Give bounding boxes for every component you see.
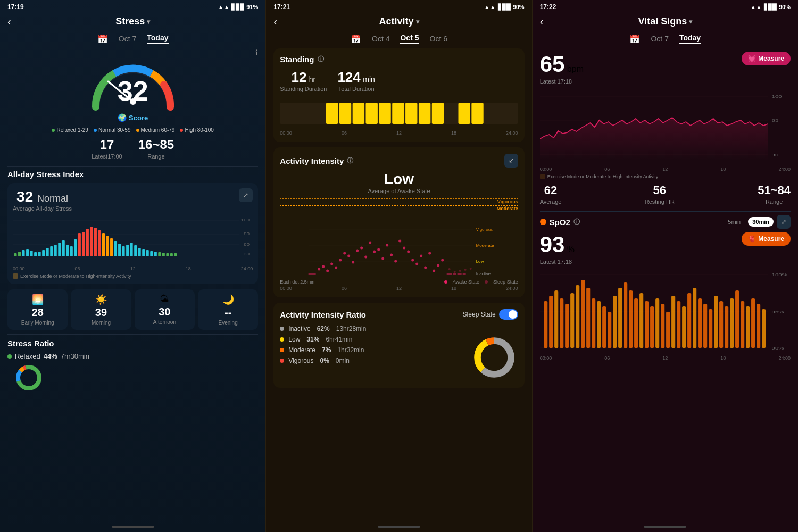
date-current-1[interactable]: Today [147,34,168,44]
back-btn-2[interactable]: ‹ [273,15,277,28]
svg-point-90 [390,254,393,256]
svg-text:Vigorous: Vigorous [476,227,493,232]
legend-row: Relaxed 1-29 Normal 30-59 Medium 60-79 H… [7,127,258,133]
hr-chart: 100 65 30 [540,91,791,165]
intensity-center: Low Average of Awake State [280,171,518,194]
svg-rect-128 [544,301,547,348]
spo2-info-icon[interactable]: ⓘ [573,218,580,227]
svg-rect-162 [725,306,728,348]
avg-label: Normal [37,193,68,204]
heartbeat-icon: 💓 [748,55,756,62]
score-label: 🌍 Score [118,113,148,122]
block-morning[interactable]: ☀️ 39 Morning [71,289,131,330]
calendar-icon-1[interactable]: 📅 [97,34,108,44]
svg-text:90%: 90% [771,346,784,351]
svg-rect-152 [671,296,675,348]
svg-rect-32 [106,236,109,256]
svg-rect-45 [158,252,161,256]
standing-stats: 12 hr Standing Duration 124 min Total Du… [280,69,518,92]
dropdown-arrow-1[interactable]: ▾ [147,18,150,26]
intensity-info-icon[interactable]: ⓘ [347,156,353,165]
date-current-3[interactable]: Today [679,34,701,44]
date-prev-1[interactable]: Oct 7 [119,35,136,43]
expand-btn-spo2[interactable]: ⤢ [777,215,791,229]
svg-rect-9 [14,253,17,256]
block-early-morning[interactable]: 🌅 28 Early Morning [7,289,68,330]
svg-rect-11 [22,250,25,256]
label-moderate: Moderate [497,206,518,211]
toggle-switch[interactable] [499,309,518,320]
back-btn-3[interactable]: ‹ [540,15,544,28]
date-oct5[interactable]: Oct 5 [400,34,419,44]
calendar-icon-2[interactable]: 📅 [351,34,361,44]
svg-rect-139 [602,306,606,348]
svg-rect-165 [741,301,744,348]
svg-rect-132 [565,304,569,348]
svg-point-102 [441,259,444,262]
standing-info-icon[interactable]: ⓘ [318,55,324,64]
intensity-header: Activity Intensity ⓘ ⤢ [280,154,518,168]
svg-rect-149 [655,298,659,348]
ratio-relaxed: Relaxed 44% 7hr30min [7,352,258,360]
svg-rect-62 [419,103,430,124]
svg-rect-148 [650,306,654,348]
icon-morning: ☀️ [74,294,128,305]
header-3: ‹ Vital Signs ▾ [533,13,798,30]
svg-rect-160 [714,296,718,348]
hr-average: 62 Average [540,184,562,205]
svg-point-112 [470,268,472,270]
wifi-icon-2: ▲▲ [484,4,496,10]
svg-point-85 [369,242,371,244]
svg-rect-158 [703,304,707,348]
status-bar-1: 17:19 ▲▲ ▋▊▉ 91% [0,0,265,13]
spo2-dot [540,219,546,225]
date-prev-3[interactable]: Oct 7 [651,35,668,43]
svg-point-98 [424,267,427,269]
calendar-icon-3[interactable]: 📅 [629,34,640,44]
svg-text:60: 60 [244,242,250,247]
spo2-value-group: 93 % Latest 17:18 [540,232,575,265]
spo2-5min-btn[interactable]: 5min [724,217,745,227]
battery-2: 90% [513,4,525,10]
block-evening[interactable]: 🌙 -- Evening [198,289,258,330]
home-indicator-2 [266,521,531,532]
info-icon-gauge[interactable]: ℹ [255,48,258,57]
svg-point-109 [454,271,456,273]
svg-rect-137 [592,298,595,348]
header-1: ‹ Stress ▾ [0,13,265,30]
svg-rect-167 [751,298,755,348]
icon-afternoon: 🌤 [138,294,192,305]
legend-high: High 80-100 [180,127,213,133]
expand-btn-intensity[interactable]: ⤢ [504,154,518,168]
svg-rect-18 [50,246,53,256]
svg-rect-10 [18,252,21,256]
date-oct6[interactable]: Oct 6 [430,35,447,43]
svg-rect-43 [150,251,153,256]
label-evening: Evening [201,320,255,326]
spo2-30min-btn[interactable]: 30min [748,217,774,227]
svg-rect-57 [353,103,364,124]
block-afternoon[interactable]: 🌤 30 Afternoon [135,289,195,330]
svg-rect-40 [138,248,141,256]
spo2-measure-btn[interactable]: 🫀 Measure [742,232,791,246]
activity-content: Standing ⓘ 12 hr Standing Duration 124 m… [266,48,531,521]
dropdown-arrow-3[interactable]: ▾ [689,18,692,26]
date-oct4[interactable]: Oct 4 [372,35,389,43]
svg-rect-140 [608,312,611,348]
dot-awake [444,280,447,284]
svg-rect-129 [549,296,553,348]
donut-svg [470,334,518,381]
chart-card-header: 32 Normal Average All-day Stress ⤢ [13,188,253,215]
sleep-state-toggle[interactable]: Sleep State [463,309,518,320]
wifi-icon-1: ▲▲ [218,4,230,10]
title-stress: Stress ▾ [115,16,150,27]
hr-measure-btn[interactable]: 💓 Measure [742,52,791,65]
svg-rect-107 [463,273,466,275]
expand-btn-stress[interactable]: ⤢ [239,188,253,202]
dropdown-arrow-2[interactable]: ▾ [416,18,419,26]
svg-point-96 [415,263,418,265]
back-btn-1[interactable]: ‹ [7,15,11,28]
svg-rect-49 [174,253,177,256]
svg-rect-105 [453,273,456,275]
hr-value-group: 65 bpm Latest 17:18 [540,52,584,85]
